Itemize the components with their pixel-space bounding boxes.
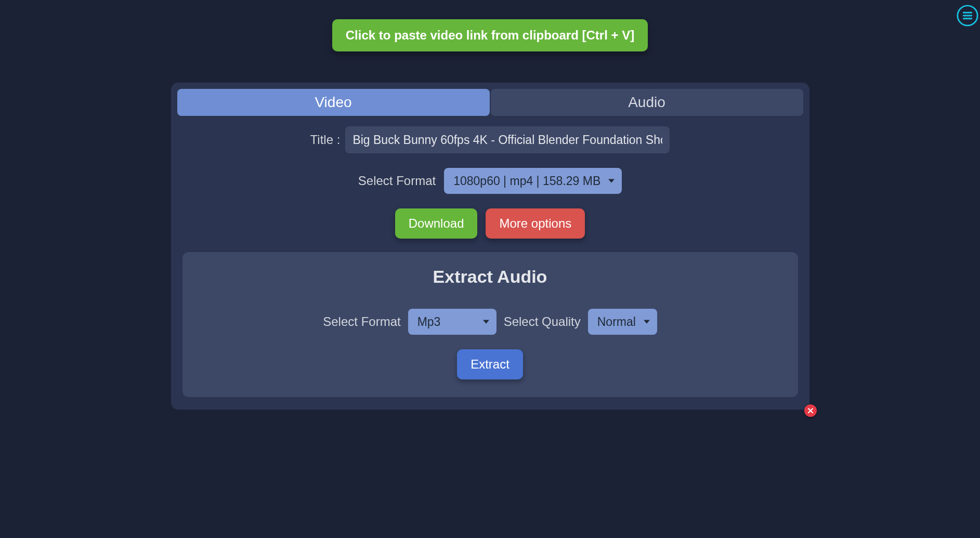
action-buttons: Download More options [177,208,803,239]
extract-quality-label: Select Quality [504,314,581,329]
extract-heading: Extract Audio [193,267,788,287]
close-icon[interactable] [804,404,817,417]
tab-video[interactable]: Video [177,89,490,116]
title-row: Title : [177,126,803,153]
extract-audio-panel: Extract Audio Select Format Mp3 Select Q… [182,252,798,397]
extract-format-select[interactable]: Mp3 [408,309,496,335]
paste-link-button[interactable]: Click to paste video link from clipboard… [332,19,648,51]
title-label: Title : [310,133,341,147]
format-row: Select Format 1080p60 | mp4 | 158.29 MB [177,168,803,194]
download-panel: Video Audio Title : Select Format 1080p6… [171,83,809,410]
extract-controls: Select Format Mp3 Select Quality Normal [193,309,788,335]
extract-format-label: Select Format [323,314,400,329]
format-select[interactable]: 1080p60 | mp4 | 158.29 MB [444,168,622,194]
menu-icon[interactable] [955,3,980,28]
extract-button[interactable]: Extract [457,349,523,379]
format-label: Select Format [358,174,436,188]
tab-bar: Video Audio [177,89,803,116]
more-options-button[interactable]: More options [486,208,585,239]
download-button[interactable]: Download [395,208,478,239]
tab-audio[interactable]: Audio [491,89,803,116]
extract-quality-select[interactable]: Normal [588,309,657,335]
title-input[interactable] [345,126,670,153]
